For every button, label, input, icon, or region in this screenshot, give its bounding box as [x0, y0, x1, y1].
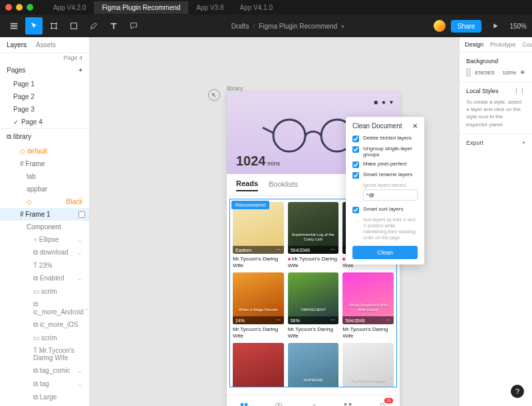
add-page-icon[interactable]: +: [78, 66, 82, 74]
layer-black[interactable]: ◇ Black: [0, 195, 89, 208]
layers-tab[interactable]: Layers: [7, 41, 27, 49]
nav-library[interactable]: Library: [227, 395, 261, 406]
book-card-0[interactable]: Eastern⋯Mr.Tycoon's Daring Wife: [233, 202, 284, 268]
tab-code[interactable]: Code: [523, 41, 532, 48]
nav-explore[interactable]: Explore: [331, 395, 365, 406]
main-toolbar: Drafts / Figma Plugin Recommend ▾ Share …: [0, 15, 532, 37]
file-tab-2[interactable]: App V3.8: [188, 1, 231, 14]
layer-frame[interactable]: # Frame: [0, 157, 89, 170]
layer-tagcomic[interactable]: ⧉ tag_comic⌄: [0, 364, 89, 377]
layer-book-title[interactable]: T Mr.Tycoon's Daring Wife: [0, 344, 89, 364]
book-card-4[interactable]: OMNISCIENT56%⋯Mr.Tycoon's Daring Wife: [288, 272, 339, 339]
share-button[interactable]: Share: [451, 20, 482, 33]
plugin-window[interactable]: Clean Document✕ Delete hidden layers Ung…: [346, 117, 424, 264]
plugin-title: Clean Document: [352, 122, 402, 130]
hero-circle-icon: ●: [382, 98, 386, 106]
page-item-3[interactable]: ✓Page 4: [0, 116, 89, 128]
layer-download[interactable]: ⧉ download⌄: [0, 246, 89, 259]
design-canvas[interactable]: ↖ library ■●▾ 1024 mins Reads Booklists …: [90, 37, 459, 406]
file-tab-1[interactable]: Figma Plugin Recommend: [94, 1, 188, 14]
move-tool[interactable]: [25, 17, 43, 35]
plugin-close-icon[interactable]: ✕: [412, 122, 418, 130]
layer-tag[interactable]: ⧉ tag⌄: [0, 377, 89, 391]
bottom-nav: Library Featured Inkstone Explore 36Prof…: [227, 395, 400, 406]
inspector-panel: Design Prototype Code Background E5E5E5 …: [459, 37, 532, 406]
layer-scrim2[interactable]: ▭ scrim: [0, 332, 89, 344]
layer-default[interactable]: ◇ default: [0, 145, 89, 157]
layer-icmore-android[interactable]: ⧉ ic_more_Android⌄: [0, 298, 89, 318]
hero-square-icon: ■: [374, 98, 378, 106]
shape-tool[interactable]: [65, 17, 82, 35]
text-tool[interactable]: [105, 17, 122, 35]
breadcrumb-folder[interactable]: Drafts: [231, 23, 249, 30]
present-button[interactable]: [487, 17, 504, 35]
frame-tool[interactable]: [45, 17, 63, 35]
layer-23pct[interactable]: T 23%: [0, 259, 89, 272]
layer-library[interactable]: library: [13, 133, 31, 140]
assets-tab[interactable]: Assets: [36, 41, 56, 49]
file-tab-3[interactable]: App V4.1.0: [231, 1, 280, 14]
layer-enabled[interactable]: ⧉ Enabled⌄: [0, 272, 89, 285]
frame-label[interactable]: library: [227, 85, 243, 92]
layer-scrim1[interactable]: ▭ scrim: [0, 285, 89, 298]
bg-hex[interactable]: E5E5E5: [475, 70, 494, 76]
layer-frame1[interactable]: # Frame 1: [0, 208, 89, 221]
styles-icon[interactable]: ⋮⋮: [513, 88, 525, 94]
min-dot[interactable]: [16, 4, 23, 11]
pen-tool[interactable]: [85, 17, 102, 35]
help-button[interactable]: ?: [511, 385, 524, 398]
max-dot[interactable]: [27, 4, 33, 11]
hero-chevron-icon: ▾: [390, 98, 393, 106]
book-card-3[interactable]: When a Mage Revolts24%⋯Mr.Tycoon's Darin…: [233, 272, 284, 339]
comment-tool[interactable]: [125, 17, 142, 35]
styles-hint: To create a style, select a layer and cl…: [466, 98, 525, 128]
bg-opacity[interactable]: 100%: [503, 70, 516, 76]
visibility-icon[interactable]: 👁: [520, 70, 525, 76]
svg-rect-3: [241, 403, 243, 406]
user-avatar[interactable]: [434, 20, 446, 32]
book-card-5[interactable]: Ghost Emperor's Wild Wife Dandy564/2048⋯…: [342, 272, 394, 339]
book-card-6[interactable]: [233, 343, 284, 387]
page-item-0[interactable]: Page 1: [0, 78, 89, 90]
opt-pixel[interactable]: Make pixel-perfect: [352, 161, 418, 168]
page-indicator[interactable]: Page 4: [0, 53, 89, 62]
book-card-1[interactable]: Experimental Log of the Crazy Lich564/20…: [288, 202, 339, 268]
layer-large[interactable]: ⧉ Large: [0, 391, 89, 404]
background-label: Background: [466, 58, 525, 64]
nav-profile[interactable]: 36Profile: [365, 395, 400, 406]
layer-tab[interactable]: tab: [0, 170, 89, 183]
layer-ellipse[interactable]: ○ Ellipse⌄: [0, 233, 89, 246]
svg-rect-4: [245, 403, 247, 406]
menu-button[interactable]: [5, 17, 23, 35]
bg-swatch[interactable]: [466, 68, 471, 76]
close-dot[interactable]: [5, 4, 12, 11]
opt-delete-hidden[interactable]: Delete hidden layers: [352, 135, 418, 142]
book-card-7[interactable]: SUPREME: [288, 343, 339, 387]
zoom-level[interactable]: 150%: [509, 23, 527, 30]
cursor-indicator: ↖: [208, 89, 220, 101]
opt-ungroup[interactable]: Ungroup single-layer groups: [352, 146, 418, 157]
file-tab-0[interactable]: App V4.2.0: [45, 1, 94, 14]
layer-icmore-ios[interactable]: ⧉ ic_more_iOS: [0, 318, 89, 332]
tab-booklists[interactable]: Booklists: [269, 180, 298, 191]
page-item-2[interactable]: Page 3: [0, 103, 89, 116]
tab-reads[interactable]: Reads: [236, 179, 258, 191]
book-card-8[interactable]: THE GREAT THIEF: [342, 343, 394, 387]
reading-time: 1024 mins: [236, 153, 280, 169]
rename-hint: Ignore layers named…: [363, 182, 418, 188]
nav-featured[interactable]: Featured: [261, 395, 296, 406]
export-add-icon[interactable]: +: [522, 140, 525, 146]
tab-prototype[interactable]: Prototype: [490, 41, 516, 48]
page-item-1[interactable]: Page 2: [0, 90, 89, 103]
rename-pattern-input[interactable]: [363, 189, 418, 201]
layers-panel: Layers Assets Page 4 Pages+ Page 1 Page …: [0, 37, 90, 406]
opt-rename[interactable]: Smart rename layers: [352, 171, 418, 179]
breadcrumb-doc[interactable]: Figma Plugin Recommend: [259, 23, 337, 30]
nav-inkstone[interactable]: Inkstone: [296, 395, 331, 406]
tab-design[interactable]: Design: [465, 41, 483, 48]
clean-button[interactable]: Clean: [352, 246, 418, 259]
opt-sort[interactable]: Smart sort layers: [352, 206, 418, 213]
svg-rect-6: [344, 403, 347, 406]
layer-component[interactable]: Component: [0, 221, 89, 233]
layer-appbar[interactable]: appbar: [0, 183, 89, 195]
